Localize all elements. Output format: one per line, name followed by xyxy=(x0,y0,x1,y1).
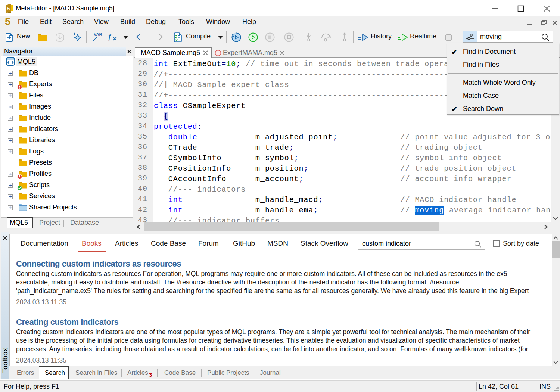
svg-text:f: f xyxy=(108,32,112,41)
svg-text:VAR: VAR xyxy=(94,32,102,37)
svg-text:5: 5 xyxy=(7,5,10,12)
